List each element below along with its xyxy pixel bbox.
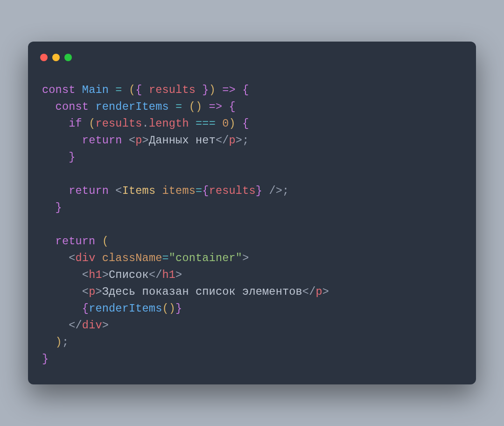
jsx-ltc: </	[149, 269, 162, 281]
paren-close: )	[209, 84, 216, 96]
jsx-gt: >	[142, 134, 149, 147]
op-strict-eq: ===	[189, 117, 223, 130]
jsx-brace-close: }	[175, 302, 182, 315]
jsx-brace-open: {	[202, 185, 209, 197]
jsx-lt: <	[129, 134, 135, 147]
indent	[42, 336, 56, 348]
jsx-attr-items: items	[162, 185, 196, 197]
keyword-const: const	[56, 100, 89, 113]
identifier-renderItems: renderItems	[95, 100, 168, 113]
jsx-tag-h1: h1	[89, 269, 102, 281]
equals: =	[196, 185, 202, 197]
var-results: results	[209, 185, 256, 197]
brace-close: }	[69, 151, 75, 163]
indent	[42, 252, 69, 264]
semicolon: ;	[282, 185, 289, 197]
paren-open: (	[129, 84, 135, 96]
jsx-brace-open: {	[82, 302, 89, 315]
param-results: results	[149, 84, 196, 96]
indent	[42, 100, 56, 113]
brace-open: {	[242, 84, 249, 96]
keyword-if: if	[69, 117, 82, 130]
jsx-gt: >	[102, 319, 109, 332]
arrow: =>	[216, 84, 242, 96]
jsx-ltc: </	[216, 134, 229, 147]
jsx-text-desc: Здесь показан список элементов	[102, 285, 302, 298]
jsx-gt: >	[242, 252, 249, 264]
keyword-return: return	[82, 134, 122, 147]
indent	[42, 151, 69, 163]
jsx-tag-h1: h1	[162, 269, 176, 281]
identifier-Main: Main	[82, 84, 109, 96]
jsx-gt: >	[322, 285, 329, 298]
indent	[42, 117, 69, 130]
jsx-tag-p: p	[135, 134, 142, 147]
jsx-lt: <	[115, 185, 122, 197]
jsx-text-nodata: Данных нет	[149, 134, 216, 147]
keyword-return: return	[69, 185, 109, 197]
jsx-tag-p: p	[89, 285, 95, 298]
jsx-tag-div: div	[76, 252, 96, 264]
close-icon[interactable]	[40, 54, 48, 61]
space	[82, 117, 89, 130]
brace-close: }	[196, 84, 209, 96]
paren-open: (	[95, 235, 109, 248]
brace-open: {	[135, 84, 149, 96]
member-length: length	[149, 117, 189, 130]
jsx-gt: >	[102, 269, 109, 281]
string-container: "container"	[169, 252, 242, 264]
paren-close: )	[169, 302, 175, 315]
brace-open: {	[236, 117, 249, 130]
window-traffic-lights	[40, 54, 462, 61]
code-window: const Main = ({ results }) => { const re…	[28, 42, 476, 384]
paren-open: (	[89, 117, 95, 130]
brace-open: {	[229, 100, 236, 113]
brace-close: }	[56, 201, 62, 214]
jsx-tag-p: p	[229, 134, 236, 147]
assign: =	[169, 100, 189, 113]
arrow: =>	[202, 100, 229, 113]
jsx-lt: <	[69, 252, 75, 264]
indent	[42, 319, 69, 332]
jsx-lt: <	[82, 269, 89, 281]
jsx-tag-p: p	[315, 285, 322, 298]
jsx-component-Items: Items	[122, 185, 156, 197]
jsx-lt: <	[82, 285, 89, 298]
dot: .	[142, 117, 149, 130]
indent	[42, 285, 82, 298]
number-zero: 0	[222, 117, 229, 130]
semicolon: ;	[62, 336, 69, 348]
jsx-tag-div: div	[82, 319, 102, 332]
indent	[42, 185, 69, 197]
jsx-gt: >	[95, 285, 102, 298]
indent	[42, 235, 56, 248]
jsx-brace-close: }	[256, 185, 262, 197]
paren-open: (	[189, 100, 196, 113]
keyword-return: return	[56, 235, 96, 248]
paren-open: (	[162, 302, 168, 315]
keyword-const: const	[42, 84, 76, 96]
jsx-attr-className: className	[102, 252, 162, 264]
paren-close: )	[229, 117, 236, 130]
semicolon: ;	[242, 134, 249, 147]
indent	[42, 269, 82, 281]
call-renderItems: renderItems	[89, 302, 162, 315]
indent	[42, 302, 82, 315]
minimize-icon[interactable]	[52, 54, 60, 61]
jsx-selfclose: />	[262, 185, 282, 197]
jsx-gt: >	[236, 134, 242, 147]
paren-close: )	[196, 100, 202, 113]
indent	[42, 134, 82, 147]
code-block: const Main = ({ results }) => { const re…	[42, 82, 462, 367]
paren-close: )	[56, 336, 62, 348]
assign: =	[109, 84, 129, 96]
equals: =	[162, 252, 169, 264]
var-results: results	[95, 117, 142, 130]
brace-close: }	[42, 353, 49, 365]
jsx-ltc: </	[69, 319, 82, 332]
indent	[42, 201, 56, 214]
jsx-text-heading: Список	[109, 269, 149, 281]
jsx-ltc: </	[302, 285, 316, 298]
zoom-icon[interactable]	[64, 54, 72, 61]
jsx-gt: >	[175, 269, 182, 281]
